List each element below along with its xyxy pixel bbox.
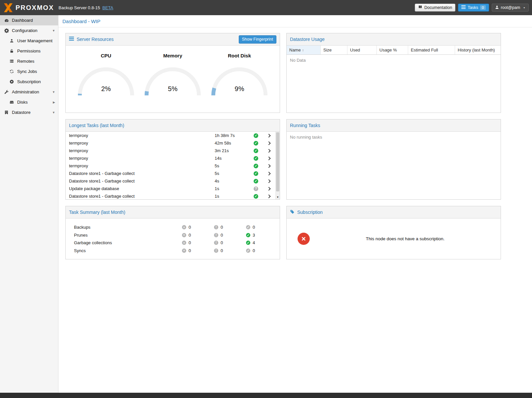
running-tasks-body: No running tasks <box>287 132 501 199</box>
root-disk-gauge: Root Disk 9% <box>210 53 269 98</box>
documentation-button[interactable]: Documentation <box>415 4 455 12</box>
sidebar-item-label: Subscription <box>17 79 41 84</box>
ok-count: 3 <box>253 233 255 238</box>
task-duration: 1h 38m 7s <box>215 133 249 138</box>
table-row[interactable]: Datastore store1 - Garbage collect 4s <box>66 177 280 185</box>
column-header-name[interactable]: Name ↑ <box>287 46 321 54</box>
task-duration: 5s <box>215 171 249 176</box>
sidebar-item-label: Dashboard <box>12 18 33 23</box>
tasks-button[interactable]: Tasks 0 <box>458 4 489 12</box>
task-list-icon <box>461 5 466 10</box>
ok-icon <box>246 241 250 245</box>
show-fingerprint-button[interactable]: Show Fingerprint <box>239 35 277 44</box>
table-row[interactable]: termproxy 1h 38m 7s <box>66 132 280 139</box>
longest-tasks-header: Longest Tasks (last Month) <box>66 119 280 132</box>
warning-count: 0 <box>221 233 223 238</box>
sidebar-item-administration[interactable]: Administration ▼ <box>0 87 58 97</box>
table-row[interactable]: termproxy 3m 21s <box>66 147 280 154</box>
caret-down-icon: ▼ <box>52 90 55 94</box>
book-icon <box>418 5 422 10</box>
column-header-history[interactable]: History (last Month) <box>455 46 501 54</box>
chevron-right-icon[interactable] <box>267 194 270 198</box>
warning-count: 0 <box>221 225 223 230</box>
subscription-panel: Subscription × This node does not have a… <box>286 206 501 259</box>
task-summary-panel: Task Summary (last Month) Backups 0 0 0 … <box>65 206 280 259</box>
chevron-right-icon[interactable] <box>267 187 270 190</box>
brand-name: PROXMOX <box>16 4 54 12</box>
row-label: Garbage collections <box>74 240 182 245</box>
table-row[interactable]: termproxy 42m 58s <box>66 139 280 147</box>
user-icon <box>495 5 499 10</box>
chevron-right-icon[interactable] <box>267 149 270 152</box>
running-tasks-empty-text: No running tasks <box>287 132 501 143</box>
sidebar-item-permissions[interactable]: Permissions <box>0 46 58 56</box>
footer-bar <box>0 393 532 398</box>
cpu-gauge-arc <box>76 66 136 98</box>
datastore-usage-body: Name ↑ Size Used Usage % E <box>287 46 501 113</box>
proxmox-brand: PROXMOX <box>3 3 54 12</box>
warning-count: 0 <box>221 240 223 245</box>
table-row[interactable]: Datastore store1 - Garbage collect 5s <box>66 170 280 177</box>
table-row[interactable]: Update package database 1s <box>66 185 280 192</box>
chevron-right-icon[interactable] <box>267 164 270 168</box>
proxmox-logo-icon <box>3 3 13 12</box>
beta-link[interactable]: BETA <box>102 5 113 10</box>
user-menu-label: root@pam <box>501 5 520 10</box>
sidebar-item-dashboard[interactable]: Dashboard <box>0 15 58 25</box>
status-ok-icon <box>254 133 258 138</box>
sidebar-item-disks[interactable]: Disks ▶ <box>0 97 58 107</box>
sidebar-item-remotes[interactable]: Remotes <box>0 56 58 66</box>
status-ok-icon <box>254 171 258 176</box>
sidebar-item-label: Administration <box>12 89 39 94</box>
task-duration: 4s <box>215 179 249 183</box>
cpu-gauge: CPU 2% <box>76 53 136 98</box>
table-row[interactable]: termproxy 14s <box>66 154 280 162</box>
warning-icon <box>214 241 218 245</box>
sidebar-item-subscription[interactable]: Subscription <box>0 77 58 87</box>
column-header-size[interactable]: Size <box>321 46 347 54</box>
error-icon <box>182 249 186 253</box>
page-titlebar: Dashboard - WIP <box>58 15 532 27</box>
ok-count: 0 <box>253 248 255 253</box>
sidebar-item-user-management[interactable]: User Management <box>0 36 58 46</box>
topbar-actions: Documentation Tasks 0 root@pam ▼ <box>415 4 529 12</box>
vertical-scrollbar[interactable]: ▼ <box>275 132 280 199</box>
warning-icon <box>214 233 218 237</box>
subscription-message: This node does not have a subscription. <box>310 236 501 241</box>
chevron-right-icon[interactable] <box>267 179 270 183</box>
cpu-gauge-label: CPU <box>76 53 136 58</box>
chevron-right-icon[interactable] <box>267 134 270 137</box>
task-summary-row-garbage-collections: Garbage collections 0 0 4 <box>66 239 280 247</box>
caret-right-icon: ▶ <box>53 101 55 104</box>
sidebar-item-configuration[interactable]: Configuration ▼ <box>0 25 58 36</box>
table-row[interactable]: Datastore store1 - Garbage collect 1s <box>66 192 280 199</box>
ok-icon <box>246 233 250 237</box>
table-row[interactable]: termproxy 5s <box>66 162 280 170</box>
chevron-right-icon[interactable] <box>267 141 270 145</box>
server-icon <box>9 59 14 63</box>
bars-icon <box>69 37 74 42</box>
row-label: Syncs <box>74 248 182 253</box>
chevron-right-icon[interactable] <box>267 156 270 160</box>
user-menu-button[interactable]: root@pam ▼ <box>492 4 529 12</box>
chevron-right-icon[interactable] <box>267 172 270 175</box>
gauges: CPU 2% Memory <box>66 46 280 98</box>
column-header-estimated-full[interactable]: Estimated Full <box>408 46 455 54</box>
task-summary-row-syncs: Syncs 0 0 0 <box>66 247 280 255</box>
building-icon <box>4 110 9 115</box>
sidebar-item-sync-jobs[interactable]: Sync Jobs <box>0 66 58 77</box>
column-header-usage-pct[interactable]: Usage % <box>377 46 408 54</box>
running-tasks-title: Running Tasks <box>290 123 320 128</box>
status-ok-icon <box>254 156 258 161</box>
no-subscription-icon: × <box>298 233 310 245</box>
subscription-body: × This node does not have a subscription… <box>287 218 501 259</box>
scroll-down-icon[interactable]: ▼ <box>276 196 280 199</box>
wrench-icon <box>4 90 9 94</box>
memory-gauge-label: Memory <box>143 53 202 58</box>
sidebar-item-datastore[interactable]: Datastore ▼ <box>0 107 58 117</box>
scrollbar-thumb[interactable] <box>276 132 279 191</box>
sort-up-icon: ↑ <box>302 48 304 52</box>
gears-icon <box>4 28 9 33</box>
column-header-used[interactable]: Used <box>347 46 377 54</box>
error-icon <box>182 233 186 237</box>
